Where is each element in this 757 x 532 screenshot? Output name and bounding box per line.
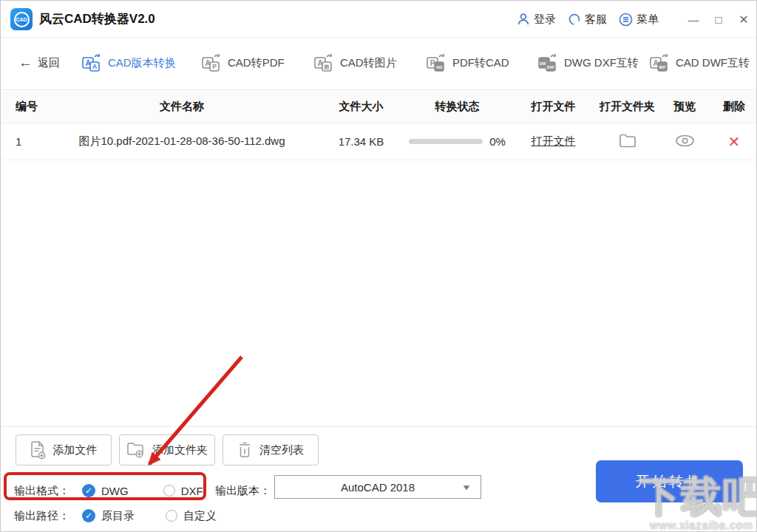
- radio-unchecked-icon[interactable]: [166, 510, 177, 522]
- row-filesize: 17.34 KB: [319, 135, 404, 148]
- tab-cad-to-pdf[interactable]: A P CAD转PDF: [202, 38, 285, 87]
- window-controls: — □ ✕: [681, 1, 756, 38]
- col-header-status: 转换状态: [404, 100, 511, 114]
- svg-text:AD: AD: [436, 65, 443, 69]
- headset-icon: [568, 13, 581, 26]
- cad-to-image-icon: A 图: [314, 53, 334, 72]
- open-file-link[interactable]: 打开文件: [532, 134, 576, 147]
- progress-label: 0%: [489, 135, 506, 148]
- tab-label: PDF转CAD: [452, 56, 509, 70]
- radio-checked-icon[interactable]: ✓: [82, 484, 95, 497]
- chevron-down-icon: ▼: [461, 483, 472, 491]
- radio-checked-icon[interactable]: ✓: [82, 509, 95, 522]
- col-header-open-file: 打开文件: [511, 100, 596, 114]
- app-window: CAD 风云CAD转换器V2.0 登录 客服 菜单: [0, 0, 757, 532]
- app-title: 风云CAD转换器V2.0: [39, 1, 155, 38]
- svg-text:DXF: DXF: [547, 65, 554, 69]
- output-version-select[interactable]: AutoCAD 2018 ▼: [274, 475, 481, 499]
- tab-label: CAD转PDF: [228, 56, 285, 70]
- progress-bar: [409, 139, 483, 144]
- app-logo-icon: CAD: [10, 8, 33, 30]
- svg-text:WF: WF: [659, 65, 666, 69]
- cad-dwf-convert-icon: A WF: [650, 53, 670, 72]
- output-version-value: AutoCAD 2018: [275, 481, 481, 494]
- tabbar: ← 返回 A A CAD版本转换 A P CAD转PDF: [1, 38, 756, 90]
- add-file-icon: [30, 441, 46, 460]
- user-icon: [517, 13, 530, 26]
- dwg-dxf-convert-icon: DWG DXF: [538, 53, 558, 72]
- preview-eye-icon[interactable]: [675, 134, 695, 147]
- output-path-row: 输出路径： ✓ 原目录 自定义: [14, 505, 217, 526]
- back-button[interactable]: ← 返回: [18, 38, 60, 87]
- add-file-label: 添加文件: [53, 443, 98, 457]
- output-path-label: 输出路径：: [14, 509, 82, 523]
- radio-original-dir[interactable]: ✓ 原目录: [82, 509, 135, 523]
- bottom-panel: 添加文件 添加文件夹 清空列表 输出格式： ✓ DWG: [1, 426, 756, 532]
- output-format-label: 输出格式：: [14, 484, 82, 498]
- cad-version-convert-icon: A A: [82, 53, 102, 72]
- tab-cad-to-image[interactable]: A 图 CAD转图片: [314, 38, 397, 87]
- table-row: 1 图片10.pdf-2021-01-28-08-36-50-112.dwg 1…: [1, 123, 756, 160]
- start-convert-button[interactable]: 开始转换: [596, 460, 743, 502]
- tab-label: CAD转图片: [340, 56, 397, 70]
- back-arrow-icon: ←: [18, 55, 33, 71]
- svg-text:P: P: [212, 63, 217, 70]
- service-button[interactable]: 客服: [568, 13, 607, 27]
- tab-pdf-to-cad[interactable]: P AD PDF转CAD: [427, 38, 509, 87]
- output-version-label: 输出版本：: [215, 480, 271, 501]
- tab-cad-version-convert[interactable]: A A CAD版本转换: [82, 38, 176, 87]
- menu-button[interactable]: 菜单: [619, 13, 659, 27]
- service-label: 客服: [585, 13, 607, 27]
- col-header-open-folder: 打开文件夹: [596, 100, 659, 114]
- login-button[interactable]: 登录: [517, 13, 556, 27]
- col-header-filename: 文件名称: [45, 100, 319, 114]
- radio-dwg[interactable]: ✓ DWG: [82, 484, 129, 497]
- maximize-button[interactable]: □: [706, 1, 731, 38]
- col-header-no: 编号: [1, 100, 45, 114]
- delete-row-icon[interactable]: ✕: [728, 134, 741, 150]
- col-header-delete: 删除: [710, 100, 757, 114]
- radio-unchecked-icon[interactable]: [163, 485, 175, 497]
- tab-label: CAD DWF互转: [676, 56, 750, 70]
- radio-custom-dir-label[interactable]: 自定义: [183, 509, 217, 523]
- back-label: 返回: [38, 56, 60, 70]
- close-button[interactable]: ✕: [731, 1, 756, 38]
- row-progress: 0%: [404, 135, 511, 148]
- login-label: 登录: [534, 13, 556, 27]
- radio-custom-dir[interactable]: 自定义: [166, 509, 217, 523]
- svg-text:图: 图: [325, 64, 330, 70]
- svg-text:A: A: [92, 63, 97, 70]
- radio-dxf-label[interactable]: DXF: [181, 485, 203, 497]
- add-folder-icon: [126, 441, 145, 459]
- menu-icon: [619, 13, 633, 27]
- titlebar: CAD 风云CAD转换器V2.0 登录 客服 菜单: [1, 1, 756, 38]
- radio-original-dir-label[interactable]: 原目录: [101, 509, 135, 523]
- col-header-preview: 预览: [659, 100, 710, 114]
- logo-text: CAD: [16, 17, 27, 22]
- add-folder-label: 添加文件夹: [152, 443, 208, 457]
- open-folder-icon[interactable]: [619, 133, 637, 149]
- menu-label: 菜单: [637, 13, 659, 27]
- cad-to-pdf-icon: A P: [202, 53, 222, 72]
- pdf-to-cad-icon: P AD: [427, 53, 447, 72]
- clear-list-label: 清空列表: [259, 443, 304, 457]
- add-folder-button[interactable]: 添加文件夹: [119, 434, 215, 466]
- minimize-button[interactable]: —: [681, 1, 706, 38]
- output-format-row: 输出格式： ✓ DWG DXF: [14, 480, 203, 501]
- radio-dwg-label[interactable]: DWG: [101, 485, 129, 497]
- tab-label: CAD版本转换: [108, 56, 176, 70]
- tab-label: DWG DXF互转: [564, 56, 639, 70]
- col-header-filesize: 文件大小: [319, 100, 404, 114]
- clear-list-button[interactable]: 清空列表: [223, 434, 319, 466]
- radio-dxf[interactable]: DXF: [163, 485, 203, 497]
- clear-list-icon: [237, 441, 252, 459]
- row-filename: 图片10.pdf-2021-01-28-08-36-50-112.dwg: [45, 134, 319, 149]
- row-number: 1: [1, 135, 45, 148]
- add-file-button[interactable]: 添加文件: [16, 434, 112, 466]
- table-header: 编号 文件名称 文件大小 转换状态 打开文件 打开文件夹 预览 删除: [1, 91, 756, 123]
- tab-dwg-dxf-convert[interactable]: DWG DXF DWG DXF互转: [538, 38, 639, 87]
- tab-cad-dwf-convert[interactable]: A WF CAD DWF互转: [650, 38, 750, 87]
